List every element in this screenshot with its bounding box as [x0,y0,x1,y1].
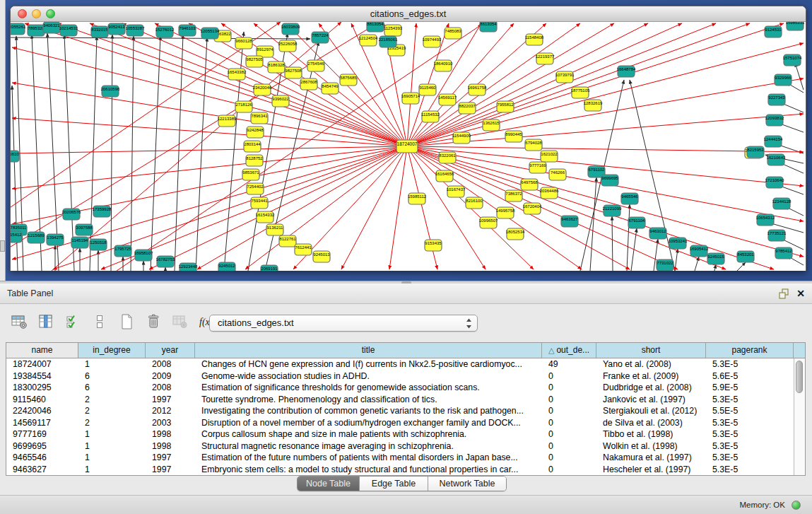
table-row[interactable]: 946554611997Estimation of the future num… [6,452,805,464]
graph-node-label: 9465546 [621,194,638,199]
float-panel-icon[interactable] [778,288,790,300]
graph-node-label: 16033809 [281,25,300,29]
table-settings-icon[interactable] [10,313,28,331]
table-row[interactable]: 1830029562008Estimation of significance … [6,382,805,394]
table-cell: Tibbo et al. (1998) [596,428,706,440]
minimize-window-icon[interactable] [32,9,41,18]
table-cell: 0 [542,405,596,417]
graph-node-label: 5875685 [340,76,357,80]
graph-node-label: 11548408 [525,35,544,40]
table-selector-value: citations_edges.txt [218,315,294,331]
memory-status-label: Memory: OK [739,496,785,514]
graph-node-label: 16648784 [617,67,636,71]
graph-node-label: 9660128 [235,39,252,43]
column-header-short[interactable]: short [596,343,706,358]
graph-edge [111,35,112,271]
table-row[interactable]: 946362711997Embryonic stem cells: a mode… [6,464,805,476]
graph-node-label: 3097588 [76,226,93,230]
table-selector-dropdown[interactable]: citations_edges.txt [209,315,478,332]
graph-node-label: 1362615 [483,121,500,125]
graph-node-label: 8122761 [279,237,296,241]
table-cell: Stergiakouli et al. (2012) [596,405,706,417]
table-cell: 2 [78,394,146,406]
tab-network-table[interactable]: Network Table [428,477,506,491]
graph-node-label: 10167437 [447,187,466,192]
delete-icon[interactable] [144,313,163,331]
network-canvas[interactable]: 9463822966012889129742522605898275058186… [11,22,806,271]
close-window-icon[interactable] [18,9,27,18]
graph-node-label: 20206576 [62,210,81,214]
graph-node-label: 20610596 [101,87,120,91]
table-cell: Hescheler et al. (1997) [596,464,706,476]
zoom-window-icon[interactable] [46,9,55,18]
table-cell: Corpus callosum shape and size in male p… [195,428,542,440]
graph-node-label: 1394275 [47,235,64,240]
network-window: citations_edges.txt 94638229660128891297… [10,6,806,271]
table-cell: 2008 [146,358,195,370]
graph-node-label: 12923448 [179,264,198,269]
table-panel-title: Table Panel [7,284,53,304]
table-cell: 14569117 [6,417,78,429]
graph-node-label: 3915412 [11,233,22,237]
row-height-icon[interactable] [90,313,109,331]
graph-node-label: 9245012 [218,264,235,268]
graph-node-label: 10553287 [126,26,145,30]
column-header-pagerank[interactable]: pagerank [706,343,794,358]
graph-node-label: 7895320 [28,26,45,30]
graph-edge [131,36,134,271]
graph-node-label: 8128752 [246,156,263,160]
close-panel-icon[interactable]: ✕ [796,287,805,300]
table-row[interactable]: 1872400712008Changes of HCN gene express… [6,358,805,370]
node-attribute-table: namein_degreeyeartitle△out_de...shortpag… [6,342,806,476]
table-cell: 5.3E-5 [706,452,794,464]
table-row[interactable]: 977716911998Corpus callosum shape and si… [6,428,805,440]
table-cell: 9463627 [6,464,78,476]
column-header-in_degree[interactable]: in_degree [78,343,146,358]
table-scrollbar[interactable] [794,358,805,475]
column-header-out_degree[interactable]: △out_de... [542,343,596,358]
table-cell: 0 [542,464,596,476]
table-cell: 5.3E-5 [706,394,794,406]
column-header-year[interactable]: year [146,343,195,358]
scrollbar-thumb[interactable] [796,361,803,393]
graph-edge [407,146,726,269]
graph-node-label: 9153435 [425,241,442,245]
table-cell: Embryonic stem cells: a model to study s… [195,464,542,476]
left-panel-edge [0,0,6,281]
memory-indicator[interactable] [792,501,801,510]
network-view-background: citations_edges.txt 94638229660128891297… [0,0,812,281]
table-cell: 1997 [146,452,195,464]
graph-node-label: 10739791 [555,73,575,77]
graph-node-label: 8990445 [505,132,522,136]
graph-node-label: 9463012 [649,229,666,233]
graph-node-label: 9463627 [561,217,578,221]
column-header-title[interactable]: title [195,343,542,358]
delete-table-icon[interactable] [171,313,189,331]
graph-node-label: 12832619 [584,101,603,105]
table-row[interactable]: 1456911722003Disruption of a novel membe… [6,417,805,429]
tab-edge-table[interactable]: Edge Table [360,477,428,491]
graph-node-label: 1621022 [541,152,558,156]
graph-node-label: 18775105 [571,88,590,93]
select-columns-icon[interactable] [64,313,82,331]
network-window-titlebar[interactable]: citations_edges.txt [11,6,806,22]
show-columns-icon[interactable] [37,313,55,331]
graph-node-label: 16210643 [767,156,786,160]
graph-node-label: 9245013 [313,252,330,257]
table-row[interactable]: 969969511998Structural magnetic resonanc… [6,440,805,452]
table-panel-body: f(x) citations_edges.txt namein_degreeye… [0,304,812,495]
table-row[interactable]: 2242004622012Investigating the contribut… [6,405,805,417]
table-cell: 0 [542,452,596,464]
graph-node-label: 1145194 [72,238,89,243]
graph-node-label: 17359928 [93,207,112,211]
tab-node-table[interactable]: Node Table [298,477,360,491]
table-row[interactable]: 1938455462009Genome-wide association stu… [6,370,805,382]
table-cell: Estimation of the future numbers of pati… [195,452,542,464]
column-header-name[interactable]: name [6,343,78,358]
table-cell: 1997 [146,394,195,406]
new-file-icon[interactable] [117,313,136,331]
graph-node-label: 9777169 [529,163,546,168]
table-row[interactable]: 911546021997Tourette syndrome. Phenomeno… [6,394,805,406]
table-cell: Genome-wide association studies in ADHD. [195,370,542,382]
panel-collapse-handle[interactable] [0,240,5,252]
